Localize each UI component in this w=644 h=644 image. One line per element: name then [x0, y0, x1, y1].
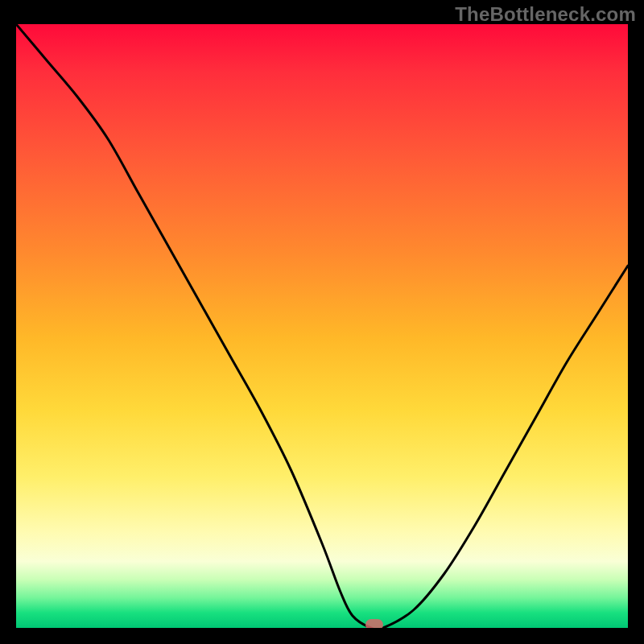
- watermark-text: TheBottleneck.com: [455, 3, 636, 26]
- curve-svg: [16, 24, 628, 628]
- bottleneck-curve-path: [16, 24, 628, 628]
- minimum-marker: [365, 619, 383, 628]
- plot-area: [16, 24, 628, 628]
